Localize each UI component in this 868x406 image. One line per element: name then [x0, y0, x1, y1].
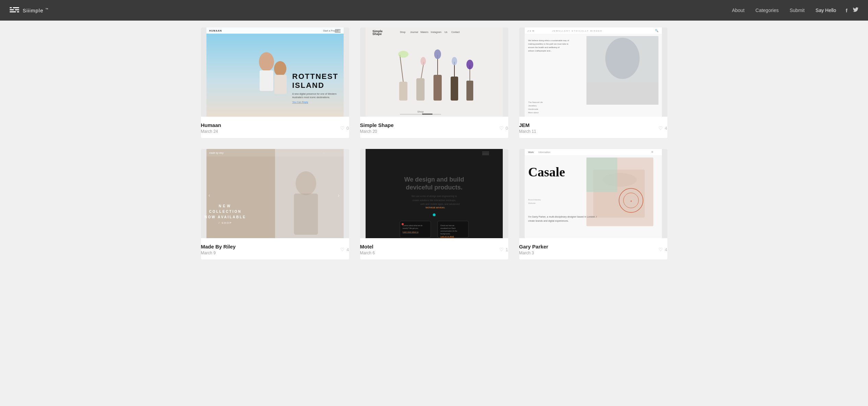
svg-text:Shape: Shape [372, 32, 382, 36]
svg-text:Casale: Casale [528, 165, 565, 179]
likes-count-motel: 1 [506, 247, 508, 252]
card-title-gary-parker: Gary Parker [519, 244, 548, 250]
svg-point-61 [605, 38, 640, 79]
svg-rect-4 [14, 9, 15, 10]
svg-point-37 [420, 57, 426, 65]
svg-text:making jewellery is the path w: making jewellery is the path we must tak… [528, 43, 569, 45]
svg-rect-0 [10, 7, 19, 8]
svg-point-43 [452, 57, 457, 65]
card-gary-parker[interactable]: Work Information ≡ ✦ Casale Brand Identi… [519, 149, 667, 259]
card-thumb-simple-shape: Simple Shape Shop Journal Makers Instagr… [360, 27, 508, 117]
card-date-motel: March 6 [360, 251, 375, 255]
card-title-humaan: Humaan [201, 122, 221, 128]
svg-rect-10 [335, 29, 341, 30]
svg-point-33 [398, 51, 408, 58]
svg-rect-22 [366, 27, 503, 117]
nav-categories[interactable]: Categories [756, 8, 779, 13]
card-grid: HUMAAN Start a Project ROTTNEST ISLAND A… [201, 27, 667, 273]
svg-rect-82 [482, 154, 489, 155]
svg-rect-34 [399, 82, 407, 101]
card-likes-simple-shape[interactable]: ♡ 0 [499, 125, 508, 131]
card-meta-motel: Motel March 6 ♡ 1 [360, 238, 508, 259]
svg-text:technical services.: technical services. [426, 206, 445, 209]
svg-point-89 [433, 213, 436, 216]
card-likes-humaan[interactable]: ♡ 0 [340, 125, 349, 131]
svg-rect-12 [335, 32, 341, 33]
svg-rect-41 [451, 77, 458, 101]
card-date-simple-shape: March 20 [360, 129, 394, 134]
svg-rect-3 [12, 7, 13, 8]
heart-icon-made-by-riley[interactable]: ♡ [340, 247, 345, 252]
svg-text:Us: Us [444, 31, 448, 33]
card-meta-made-by-riley: Made By Riley March 9 ♡ 4 [201, 238, 349, 259]
card-thumb-jem: J E M JEWELLERY ETHICALLY MINDED 🔍 We be… [519, 27, 667, 117]
svg-text:‹: ‹ [209, 193, 210, 198]
svg-text:We believe doing ethics a sust: We believe doing ethics a sustainable wa… [528, 39, 569, 42]
card-title-made-by-riley: Made By Riley [201, 244, 236, 250]
svg-rect-44 [466, 81, 473, 101]
heart-icon-jem[interactable]: ♡ [658, 125, 663, 131]
svg-text:background).: background). [440, 233, 450, 235]
heart-icon-humaan[interactable]: ♡ [340, 125, 345, 131]
svg-text:A new digital presence for one: A new digital presence for one of Wester… [292, 93, 337, 95]
card-likes-made-by-riley[interactable]: ♡ 4 [340, 247, 349, 252]
svg-text:Shop: Shop [400, 31, 405, 34]
nav-submit[interactable]: Submit [790, 8, 805, 13]
svg-rect-2 [10, 11, 19, 12]
svg-point-71 [296, 171, 316, 195]
svg-point-15 [274, 61, 286, 76]
card-date-made-by-riley: March 9 [201, 251, 236, 255]
card-likes-gary-parker[interactable]: ♡ 4 [658, 247, 667, 252]
svg-text:Handmade: Handmade [528, 108, 538, 110]
svg-rect-112 [586, 158, 617, 192]
card-motel[interactable]: We design and build deviceful products. … [360, 149, 508, 259]
svg-text:🔍: 🔍 [655, 29, 658, 32]
heart-icon-simple-shape[interactable]: ♡ [499, 125, 504, 131]
likes-count-humaan: 0 [346, 126, 349, 131]
svg-text:Makers: Makers [420, 31, 428, 33]
svg-text:Website: Website [528, 202, 536, 204]
card-thumb-made-by-riley: made by riley ··· NEW COLLECTION NOW AVA… [201, 149, 349, 238]
nav-say-hello[interactable]: Say Hello [816, 8, 836, 13]
svg-rect-38 [433, 75, 442, 101]
svg-text:Journal: Journal [410, 31, 418, 33]
svg-rect-16 [274, 75, 287, 94]
nav-about[interactable]: About [732, 8, 745, 13]
card-info-motel: Motel March 6 [360, 244, 375, 255]
svg-text:Instagram: Instagram [431, 31, 441, 34]
svg-rect-14 [260, 70, 273, 91]
card-date-jem: March 11 [519, 129, 536, 134]
svg-text:ISLAND: ISLAND [292, 81, 324, 90]
twitter-icon[interactable] [853, 7, 858, 13]
brand[interactable]: Siiimple ™ [10, 6, 49, 15]
heart-icon-gary-parker[interactable]: ♡ [658, 247, 663, 252]
card-jem[interactable]: J E M JEWELLERY ETHICALLY MINDED 🔍 We be… [519, 27, 667, 138]
svg-point-13 [259, 52, 274, 71]
svg-text:We use a mix of design and eng: We use a mix of design and engineering t… [411, 195, 457, 198]
facebook-icon[interactable]: f [846, 8, 847, 13]
likes-count-gary-parker: 4 [665, 247, 667, 252]
card-likes-jem[interactable]: ♡ 4 [658, 125, 667, 131]
card-simple-shape[interactable]: Simple Shape Shop Journal Makers Instagr… [360, 27, 508, 138]
nav-right: About Categories Submit Say Hello f [732, 7, 858, 13]
svg-text:create brands and digital expe: create brands and digital experiences. [528, 220, 569, 222]
card-likes-motel[interactable]: ♡ 1 [499, 247, 508, 252]
svg-text:NOW AVAILABLE: NOW AVAILABLE [204, 215, 246, 219]
svg-text:Brand Identity: Brand Identity [528, 199, 541, 201]
card-date-humaan: March 24 [201, 129, 221, 134]
svg-rect-48 [400, 114, 441, 115]
svg-point-46 [466, 60, 473, 69]
nav-socials: f [846, 7, 858, 13]
svg-rect-5 [16, 11, 17, 12]
likes-count-simple-shape: 0 [506, 126, 508, 131]
card-humaan[interactable]: HUMAAN Start a Project ROTTNEST ISLAND A… [201, 27, 349, 138]
card-info-jem: JEM March 11 [519, 122, 536, 134]
svg-text:artisan craftspeople and...: artisan craftspeople and... [528, 50, 552, 52]
svg-point-94 [402, 223, 404, 225]
svg-text:We design and build: We design and build [404, 176, 464, 183]
card-made-by-riley[interactable]: made by riley ··· NEW COLLECTION NOW AVA… [201, 149, 349, 259]
svg-text:Jewellery: Jewellery [528, 105, 537, 107]
heart-icon-motel[interactable]: ♡ [499, 247, 504, 252]
card-title-simple-shape: Simple Shape [360, 122, 394, 128]
svg-rect-62 [586, 82, 658, 105]
